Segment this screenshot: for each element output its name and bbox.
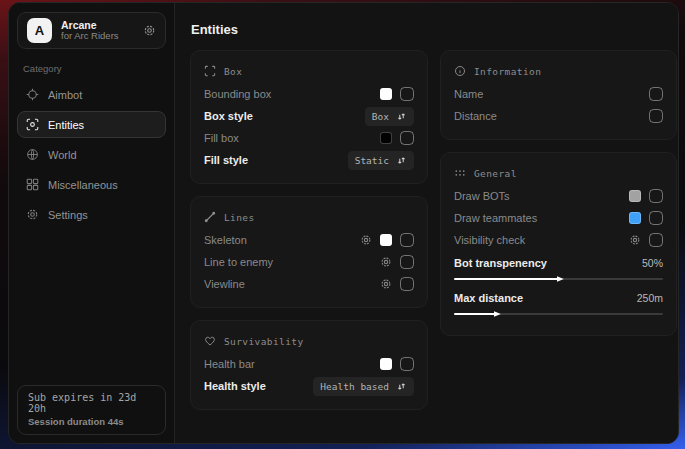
section-information: InformationNameDistance	[440, 50, 677, 140]
gear-icon[interactable]	[380, 278, 392, 290]
checkbox[interactable]	[400, 87, 414, 101]
gear-icon[interactable]	[629, 234, 641, 246]
sort-icon	[396, 111, 407, 122]
gear-icon[interactable]	[360, 234, 372, 246]
setting-label: Line to enemy	[204, 256, 372, 268]
line-icon	[204, 211, 216, 223]
setting-label: Viewline	[204, 278, 372, 290]
grid-icon	[26, 178, 39, 191]
setting-row: Visibility check	[454, 229, 663, 251]
sidebar-nav: AimbotEntitiesWorldMiscellaneousSettings	[17, 81, 166, 228]
sidebar-item-label: Entities	[48, 119, 84, 131]
color-swatch[interactable]	[380, 234, 392, 246]
color-swatch[interactable]	[380, 132, 392, 144]
sidebar-item-entities[interactable]: Entities	[17, 111, 166, 138]
sort-icon	[396, 381, 407, 392]
gear-icon	[26, 208, 39, 221]
section-lines: LinesSkeletonLine to enemyViewline	[190, 196, 428, 308]
dropdown-value: Health based	[320, 381, 389, 392]
setting-label: Draw teammates	[454, 212, 621, 224]
setting-label: Fill box	[204, 132, 372, 144]
box-icon	[204, 65, 216, 77]
setting-label: Bounding box	[204, 88, 372, 100]
setting-row: Skeleton	[204, 229, 414, 251]
brand-initial: A	[35, 23, 44, 38]
color-swatch[interactable]	[380, 358, 392, 370]
slider-track[interactable]	[454, 310, 663, 318]
setting-label: Visibility check	[454, 234, 621, 246]
section-title: Lines	[224, 212, 255, 223]
section-box: BoxBounding boxBox styleBoxFill boxFill …	[190, 50, 428, 184]
setting-label: Skeleton	[204, 234, 352, 246]
crosshair-icon	[26, 88, 39, 101]
setting-label: Name	[454, 88, 641, 100]
slider-label: Max distance	[454, 292, 637, 304]
right-column: InformationNameDistanceGeneralDraw BOTsD…	[440, 50, 677, 336]
slider-track[interactable]	[454, 275, 663, 283]
checkbox[interactable]	[649, 189, 663, 203]
section-survivability: SurvivabilityHealth barHealth styleHealt…	[190, 320, 428, 410]
dropdown-select[interactable]: Static	[348, 151, 414, 170]
setting-row: Health styleHealth based	[204, 375, 414, 397]
setting-label: Fill style	[204, 154, 340, 166]
slider-thumb[interactable]	[557, 275, 565, 283]
color-swatch[interactable]	[629, 190, 641, 202]
setting-label: Health style	[204, 380, 305, 392]
checkbox[interactable]	[400, 255, 414, 269]
section-title: Information	[474, 66, 541, 77]
setting-label: Distance	[454, 110, 641, 122]
checkbox[interactable]	[649, 87, 663, 101]
setting-label: Draw BOTs	[454, 190, 621, 202]
setting-row: Health bar	[204, 353, 414, 375]
sidebar-item-world[interactable]: World	[17, 141, 166, 168]
gear-icon[interactable]	[143, 24, 156, 37]
checkbox[interactable]	[649, 211, 663, 225]
sidebar: A Arcane for Arc Riders Category AimbotE…	[9, 3, 174, 443]
globe-icon	[26, 148, 39, 161]
left-column: BoxBounding boxBox styleBoxFill boxFill …	[190, 50, 428, 410]
sidebar-item-miscellaneous[interactable]: Miscellaneous	[17, 171, 166, 198]
setting-row: Viewline	[204, 273, 414, 295]
category-label: Category	[23, 63, 166, 74]
section-general: GeneralDraw BOTsDraw teammatesVisibility…	[440, 152, 677, 336]
sidebar-item-label: World	[48, 149, 77, 161]
sidebar-item-label: Miscellaneous	[48, 179, 118, 191]
color-swatch[interactable]	[380, 88, 392, 100]
checkbox[interactable]	[649, 233, 663, 247]
page-title: Entities	[191, 22, 677, 37]
dropdown-select[interactable]: Box	[365, 107, 414, 126]
slider-value: 50%	[642, 257, 663, 269]
color-swatch[interactable]	[629, 212, 641, 224]
sidebar-item-label: Aimbot	[48, 89, 82, 101]
checkbox[interactable]	[400, 357, 414, 371]
slider-value: 250m	[637, 292, 663, 304]
setting-row: Fill styleStatic	[204, 149, 414, 171]
section-title: Survivability	[224, 336, 304, 347]
heart-icon	[204, 335, 216, 347]
setting-row: Distance	[454, 105, 663, 127]
brand-subtitle: for Arc Riders	[61, 31, 134, 42]
session-duration-text: Session duration 44s	[28, 416, 155, 427]
slider-row: Max distance250m	[454, 288, 663, 318]
checkbox[interactable]	[400, 277, 414, 291]
slider-thumb[interactable]	[494, 310, 502, 318]
setting-row: Draw BOTs	[454, 185, 663, 207]
setting-row: Line to enemy	[204, 251, 414, 273]
sub-expiry-text: Sub expires in 23d 20h	[28, 392, 155, 414]
subscription-footer: Sub expires in 23d 20h Session duration …	[17, 385, 166, 435]
setting-label: Health bar	[204, 358, 372, 370]
dropdown-select[interactable]: Health based	[313, 377, 414, 396]
sidebar-item-aimbot[interactable]: Aimbot	[17, 81, 166, 108]
sidebar-item-settings[interactable]: Settings	[17, 201, 166, 228]
checkbox[interactable]	[649, 109, 663, 123]
dropdown-value: Static	[355, 155, 389, 166]
gear-icon[interactable]	[380, 256, 392, 268]
setting-row: Bounding box	[204, 83, 414, 105]
grid-dots-icon	[454, 167, 466, 179]
sidebar-item-label: Settings	[48, 209, 88, 221]
checkbox[interactable]	[400, 233, 414, 247]
setting-row: Fill box	[204, 127, 414, 149]
slider-row: Bot transpenency50%	[454, 253, 663, 283]
section-title: General	[474, 168, 517, 179]
checkbox[interactable]	[400, 131, 414, 145]
